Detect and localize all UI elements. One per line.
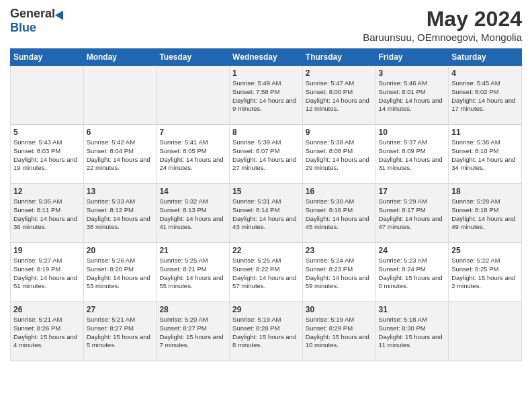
day-info: Sunrise: 5:33 AM Sunset: 8:12 PM Dayligh… [87, 197, 154, 232]
day-info: Sunrise: 5:47 AM Sunset: 8:00 PM Dayligh… [306, 79, 373, 113]
day-number: 2 [306, 68, 373, 78]
day-of-week-header: Monday [83, 49, 157, 66]
calendar-cell: 27Sunrise: 5:21 AM Sunset: 8:27 PM Dayli… [83, 302, 157, 361]
day-info: Sunrise: 5:20 AM Sunset: 8:27 PM Dayligh… [159, 316, 226, 350]
day-info: Sunrise: 5:19 AM Sunset: 8:29 PM Dayligh… [306, 316, 373, 350]
calendar-cell: 24Sunrise: 5:23 AM Sunset: 8:24 PM Dayli… [375, 243, 449, 302]
day-number: 13 [87, 187, 154, 196]
day-info: Sunrise: 5:29 AM Sunset: 8:17 PM Dayligh… [379, 197, 446, 232]
calendar-cell: 30Sunrise: 5:19 AM Sunset: 8:29 PM Dayli… [302, 302, 375, 361]
day-number: 7 [159, 128, 226, 137]
day-number: 19 [13, 246, 81, 255]
day-info: Sunrise: 5:21 AM Sunset: 8:26 PM Dayligh… [13, 316, 81, 350]
calendar-cell: 11Sunrise: 5:36 AM Sunset: 8:10 PM Dayli… [449, 125, 522, 184]
day-number: 31 [379, 305, 446, 314]
calendar-cell: 31Sunrise: 5:18 AM Sunset: 8:30 PM Dayli… [375, 302, 449, 361]
calendar-cell: 20Sunrise: 5:26 AM Sunset: 8:20 PM Dayli… [83, 243, 157, 302]
logo-icon [55, 8, 67, 19]
day-of-week-header: Sunday [11, 49, 84, 66]
day-info: Sunrise: 5:45 AM Sunset: 8:02 PM Dayligh… [451, 79, 519, 113]
header: General Blue May 2024 Baruunsuu, OEmnoeg… [10, 7, 522, 43]
calendar-cell: 19Sunrise: 5:27 AM Sunset: 8:19 PM Dayli… [11, 243, 84, 302]
day-info: Sunrise: 5:28 AM Sunset: 8:18 PM Dayligh… [451, 197, 519, 232]
day-info: Sunrise: 5:36 AM Sunset: 8:10 PM Dayligh… [451, 138, 519, 173]
calendar-cell: 22Sunrise: 5:25 AM Sunset: 8:22 PM Dayli… [230, 243, 303, 302]
day-info: Sunrise: 5:35 AM Sunset: 8:11 PM Dayligh… [13, 197, 81, 232]
day-of-week-header: Thursday [302, 49, 375, 66]
calendar-cell: 8Sunrise: 5:39 AM Sunset: 8:07 PM Daylig… [230, 125, 303, 184]
day-info: Sunrise: 5:46 AM Sunset: 8:01 PM Dayligh… [379, 79, 446, 113]
calendar-cell: 4Sunrise: 5:45 AM Sunset: 8:02 PM Daylig… [449, 66, 522, 125]
day-number: 14 [159, 187, 226, 196]
calendar-cell: 14Sunrise: 5:32 AM Sunset: 8:13 PM Dayli… [157, 184, 230, 243]
day-number: 8 [232, 128, 300, 137]
day-of-week-header: Wednesday [230, 49, 303, 66]
calendar-cell: 28Sunrise: 5:20 AM Sunset: 8:27 PM Dayli… [157, 302, 230, 361]
day-info: Sunrise: 5:25 AM Sunset: 8:21 PM Dayligh… [159, 257, 226, 291]
day-info: Sunrise: 5:26 AM Sunset: 8:20 PM Dayligh… [87, 257, 154, 291]
day-number: 5 [13, 128, 81, 137]
day-of-week-header: Saturday [449, 49, 522, 66]
day-number: 10 [379, 128, 446, 137]
calendar-cell: 21Sunrise: 5:25 AM Sunset: 8:21 PM Dayli… [157, 243, 230, 302]
calendar-cell [11, 66, 84, 125]
day-number: 26 [13, 305, 81, 314]
calendar-cell: 16Sunrise: 5:30 AM Sunset: 8:16 PM Dayli… [302, 184, 375, 243]
day-info: Sunrise: 5:24 AM Sunset: 8:23 PM Dayligh… [306, 257, 373, 291]
day-info: Sunrise: 5:41 AM Sunset: 8:05 PM Dayligh… [159, 138, 226, 173]
day-number: 29 [232, 305, 300, 314]
day-info: Sunrise: 5:43 AM Sunset: 8:03 PM Dayligh… [13, 138, 81, 173]
day-info: Sunrise: 5:32 AM Sunset: 8:13 PM Dayligh… [159, 197, 226, 232]
day-number: 30 [306, 305, 373, 314]
calendar-cell: 26Sunrise: 5:21 AM Sunset: 8:26 PM Dayli… [11, 302, 84, 361]
calendar-cell: 18Sunrise: 5:28 AM Sunset: 8:18 PM Dayli… [449, 184, 522, 243]
day-number: 24 [379, 246, 446, 255]
calendar-cell: 10Sunrise: 5:37 AM Sunset: 8:09 PM Dayli… [375, 125, 449, 184]
day-info: Sunrise: 5:19 AM Sunset: 8:28 PM Dayligh… [232, 316, 300, 350]
day-info: Sunrise: 5:38 AM Sunset: 8:08 PM Dayligh… [306, 138, 373, 173]
day-number: 1 [232, 68, 300, 78]
calendar-cell [449, 302, 522, 361]
day-info: Sunrise: 5:25 AM Sunset: 8:22 PM Dayligh… [232, 257, 300, 291]
calendar-cell: 23Sunrise: 5:24 AM Sunset: 8:23 PM Dayli… [302, 243, 375, 302]
calendar-cell: 6Sunrise: 5:42 AM Sunset: 8:04 PM Daylig… [83, 125, 157, 184]
day-of-week-header: Tuesday [157, 49, 230, 66]
day-info: Sunrise: 5:37 AM Sunset: 8:09 PM Dayligh… [379, 138, 446, 173]
day-info: Sunrise: 5:30 AM Sunset: 8:16 PM Dayligh… [306, 197, 373, 232]
calendar-week-row: 19Sunrise: 5:27 AM Sunset: 8:19 PM Dayli… [11, 243, 522, 302]
header-row: SundayMondayTuesdayWednesdayThursdayFrid… [11, 49, 522, 66]
day-number: 9 [306, 128, 373, 137]
day-number: 17 [379, 187, 446, 196]
calendar-cell: 29Sunrise: 5:19 AM Sunset: 8:28 PM Dayli… [230, 302, 303, 361]
day-number: 22 [232, 246, 300, 255]
day-number: 27 [87, 305, 154, 314]
calendar-table: SundayMondayTuesdayWednesdayThursdayFrid… [10, 48, 522, 361]
month-title: May 2024 [363, 7, 522, 32]
calendar-cell: 9Sunrise: 5:38 AM Sunset: 8:08 PM Daylig… [302, 125, 375, 184]
day-info: Sunrise: 5:27 AM Sunset: 8:19 PM Dayligh… [13, 257, 81, 291]
calendar-cell: 15Sunrise: 5:31 AM Sunset: 8:14 PM Dayli… [230, 184, 303, 243]
day-info: Sunrise: 5:39 AM Sunset: 8:07 PM Dayligh… [232, 138, 300, 173]
calendar-cell [157, 66, 230, 125]
calendar-cell: 7Sunrise: 5:41 AM Sunset: 8:05 PM Daylig… [157, 125, 230, 184]
day-info: Sunrise: 5:31 AM Sunset: 8:14 PM Dayligh… [232, 197, 300, 232]
calendar-cell: 25Sunrise: 5:22 AM Sunset: 8:25 PM Dayli… [449, 243, 522, 302]
calendar-cell: 3Sunrise: 5:46 AM Sunset: 8:01 PM Daylig… [375, 66, 449, 125]
day-number: 4 [451, 68, 519, 78]
day-number: 21 [159, 246, 226, 255]
calendar-cell: 5Sunrise: 5:43 AM Sunset: 8:03 PM Daylig… [11, 125, 84, 184]
calendar-cell: 17Sunrise: 5:29 AM Sunset: 8:17 PM Dayli… [375, 184, 449, 243]
calendar-cell: 2Sunrise: 5:47 AM Sunset: 8:00 PM Daylig… [302, 66, 375, 125]
location-title: Baruunsuu, OEmnoegovi, Mongolia [363, 32, 522, 43]
calendar-cell: 1Sunrise: 5:49 AM Sunset: 7:58 PM Daylig… [230, 66, 303, 125]
day-number: 16 [306, 187, 373, 196]
day-number: 23 [306, 246, 373, 255]
logo-blue-text: Blue [10, 21, 36, 35]
day-number: 20 [87, 246, 154, 255]
calendar-cell: 12Sunrise: 5:35 AM Sunset: 8:11 PM Dayli… [11, 184, 84, 243]
day-info: Sunrise: 5:21 AM Sunset: 8:27 PM Dayligh… [87, 316, 154, 350]
title-area: May 2024 Baruunsuu, OEmnoegovi, Mongolia [363, 7, 522, 43]
day-number: 28 [159, 305, 226, 314]
day-info: Sunrise: 5:23 AM Sunset: 8:24 PM Dayligh… [379, 257, 446, 291]
calendar-week-row: 26Sunrise: 5:21 AM Sunset: 8:26 PM Dayli… [11, 302, 522, 361]
